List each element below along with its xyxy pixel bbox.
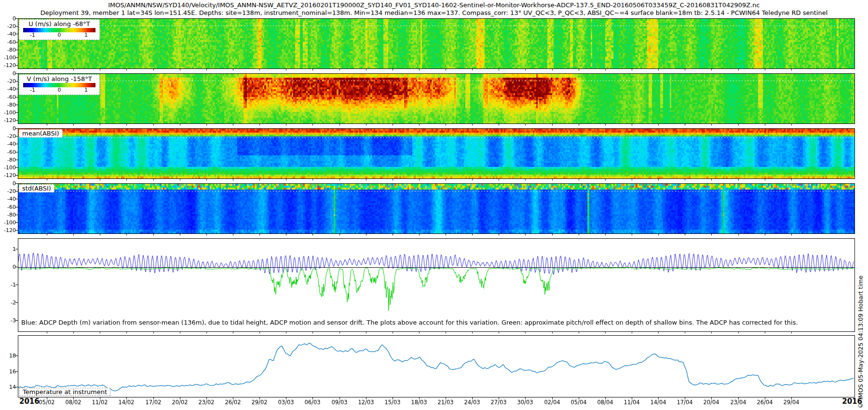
x-tick-label: 26/02 [225, 399, 241, 406]
x-axis-tick [605, 68, 606, 70]
x-axis-tick [366, 331, 366, 333]
x-axis-tick [446, 178, 446, 180]
x-tick-label: 27/03 [490, 399, 506, 406]
x-axis-tick [472, 233, 473, 235]
x-axis-tick [765, 331, 765, 333]
x-axis-tick [126, 331, 127, 333]
y-axis-tick [15, 183, 18, 184]
x-axis-tick [153, 68, 154, 70]
y-axis-tick [15, 167, 18, 168]
x-axis-tick [632, 123, 632, 125]
y-axis-tick [15, 26, 18, 27]
x-axis-tick [711, 233, 712, 235]
x-axis-tick [419, 178, 420, 180]
x-axis-tick [711, 123, 712, 125]
y-tick-label: -80 [0, 157, 16, 163]
x-axis-tick [73, 123, 74, 125]
x-tick-label: 09/03 [331, 399, 347, 406]
x-axis-tick [286, 123, 286, 125]
x-axis-tick [233, 178, 233, 180]
copyright-vertical-text: © IMOS 05-May-2025 04:13:09 Hobart time [857, 275, 864, 409]
x-axis-tick [791, 233, 792, 235]
x-axis-tick [685, 123, 685, 125]
y-axis-tick [15, 371, 18, 372]
legend-u-title: U (m/s) along -68°T [23, 20, 95, 27]
y-axis-tick [15, 207, 18, 207]
x-axis-tick [632, 178, 632, 180]
x-axis-tick [419, 233, 420, 235]
y-tick-label: -80 [0, 212, 16, 218]
surface-blank-dotted-line [18, 26, 854, 26]
x-axis-tick [206, 331, 207, 333]
x-axis-tick [446, 68, 446, 70]
depth-variation-note: Blue: ADCP Depth (m) variation from sens… [21, 319, 798, 326]
x-axis-tick [472, 178, 473, 180]
x-tick-label: 03/03 [278, 399, 294, 406]
x-axis-tick [499, 178, 499, 180]
x-axis-tick [206, 178, 207, 180]
x-axis-tick [180, 331, 180, 333]
x-tick-label: 26/04 [757, 399, 773, 406]
y-tick-label: -60 [0, 94, 16, 100]
panel-v-velocity: V (m/s) along -158°T -1 0 1 [18, 73, 855, 124]
y-axis-tick [15, 97, 18, 97]
legend-u-velocity: U (m/s) along -68°T -1 0 1 [19, 19, 100, 40]
y-axis-tick [15, 81, 18, 82]
y-tick-label: -120 [0, 227, 16, 233]
x-axis-tick [791, 68, 792, 70]
y-tick-label: -40 [0, 31, 16, 37]
x-axis-tick [286, 233, 286, 235]
x-axis-tick [100, 68, 100, 70]
x-axis-tick [552, 331, 553, 333]
y-axis-tick [15, 215, 18, 215]
x-tick-label: 06/03 [304, 399, 320, 406]
x-axis-tick [339, 68, 340, 70]
v-colorbar: -1 0 1 [23, 83, 95, 94]
x-axis-tick [73, 68, 74, 70]
u-colorbar-tick: 1 [84, 32, 88, 38]
x-axis-tick [393, 68, 393, 70]
x-axis-tick [552, 123, 553, 125]
x-axis-tick [499, 123, 499, 125]
x-axis-tick [339, 123, 340, 125]
x-axis-tick [658, 178, 659, 180]
x-axis-tick [393, 233, 393, 235]
y-tick-label: -40 [0, 86, 16, 92]
x-axis-tick [552, 178, 553, 180]
y-axis-tick [15, 18, 18, 19]
x-axis-tick [233, 331, 233, 333]
x-tick-label: 05/02 [39, 399, 54, 406]
y-axis-tick [15, 89, 18, 89]
x-axis-tick [73, 331, 74, 333]
y-tick-label: -20 [0, 78, 16, 84]
v-colorbar-tick: 0 [58, 87, 61, 93]
x-axis-tick [605, 331, 606, 333]
x-axis-tick [738, 178, 739, 180]
x-axis-tick [100, 178, 100, 180]
surface-blank-dotted-line [18, 137, 854, 138]
x-tick-label: 14/02 [118, 399, 134, 406]
x-axis-tick [73, 178, 74, 180]
x-axis-tick [472, 123, 473, 125]
x-axis-tick [579, 68, 579, 70]
x-axis-tick [153, 178, 154, 180]
x-axis-tick [286, 178, 286, 180]
y-axis-tick [15, 65, 18, 66]
x-axis-tick [525, 331, 526, 333]
figure-root: IMOS/ANMN/NSW/SYD140/Velocity/IMOS_ANMN-… [0, 0, 868, 410]
x-axis-tick [100, 123, 100, 125]
y-tick-label: 16 [0, 369, 16, 375]
y-tick-label: 14 [0, 384, 16, 390]
x-axis-tick [765, 178, 765, 180]
surface-blank-dotted-line [18, 191, 854, 191]
x-axis-tick [312, 68, 313, 70]
x-axis-tick [393, 331, 393, 333]
y-axis-tick [15, 191, 18, 191]
x-tick-label: 23/04 [730, 399, 746, 406]
y-tick-label: -100 [0, 219, 16, 226]
x-axis-tick [658, 68, 659, 70]
x-axis-tick [658, 233, 659, 235]
panel-u-velocity: U (m/s) along -68°T -1 0 1 [18, 18, 855, 69]
y-axis-tick [15, 230, 18, 231]
x-axis-tick [126, 123, 127, 125]
